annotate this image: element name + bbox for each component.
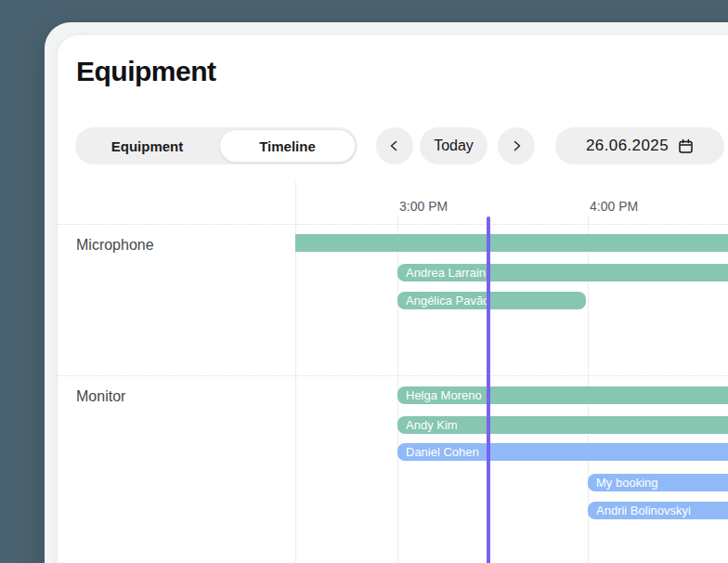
booking-bar[interactable]: Daniel Cohen: [397, 443, 728, 461]
prev-day-button[interactable]: [376, 127, 413, 164]
booking-bar[interactable]: My booking: [588, 474, 728, 491]
booking-bar[interactable]: Andrii Bolinovskyi: [588, 502, 728, 519]
booking-bar[interactable]: Andy Kim: [397, 416, 728, 434]
availability-bar[interactable]: [295, 234, 728, 252]
date-picker-button[interactable]: 26.06.2025: [555, 127, 724, 164]
calendar-icon: [678, 138, 694, 154]
chevron-left-icon: [388, 139, 401, 152]
time-label: 3:00 PM: [399, 199, 448, 214]
current-time-indicator: [487, 216, 490, 563]
page-title: Equipment: [76, 56, 216, 87]
view-switcher: Equipment Timeline: [75, 127, 358, 164]
time-label: 4:00 PM: [590, 199, 638, 214]
chevron-right-icon: [510, 139, 523, 152]
booking-bar[interactable]: Andrea Larrain: [397, 264, 728, 282]
tab-timeline[interactable]: Timeline: [219, 129, 356, 163]
next-day-button[interactable]: [498, 127, 535, 164]
resource-label: Microphone: [76, 237, 154, 254]
row-separator: [58, 375, 728, 376]
row-separator: [58, 224, 728, 225]
equipment-panel: Equipment Equipment Timeline Today 26.06…: [58, 35, 728, 563]
resource-label: Monitor: [76, 388, 125, 405]
booking-bar[interactable]: Helga Moreno: [397, 386, 728, 404]
tab-equipment[interactable]: Equipment: [75, 138, 219, 154]
date-value: 26.06.2025: [586, 137, 669, 155]
booking-bar[interactable]: Angélica Pavão: [397, 292, 586, 309]
today-button[interactable]: Today: [420, 127, 488, 164]
timeline-grid: 3:00 PM4:00 PMMicrophoneMonitorAndrea La…: [58, 182, 728, 563]
